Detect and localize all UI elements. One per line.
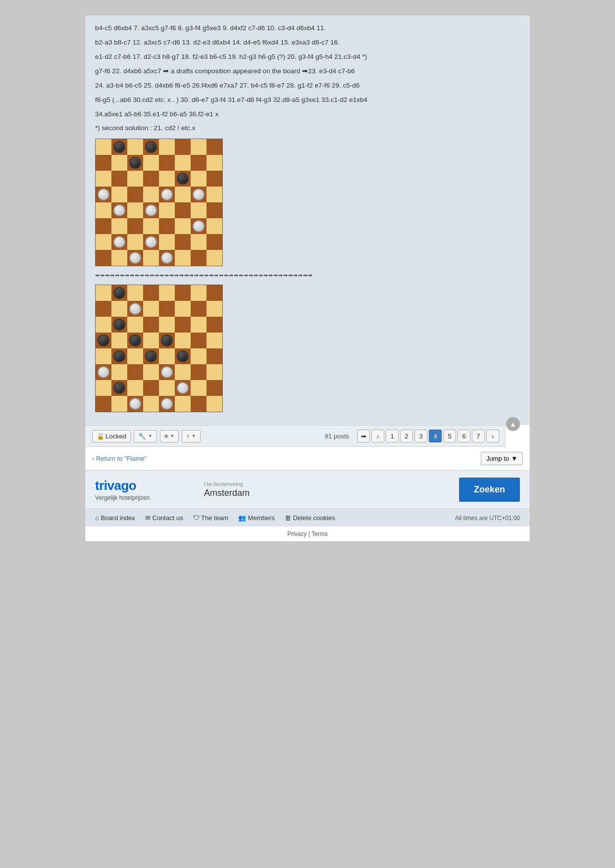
page-button-3[interactable]: 3 [414, 430, 427, 442]
board-cell-0-3 [143, 285, 159, 301]
board-cell-5-5 [175, 364, 191, 380]
jump-to-label: Jump to [486, 455, 509, 462]
board-cell-4-7 [206, 202, 222, 218]
board-index-link[interactable]: ⌂ Board index [95, 514, 135, 522]
privacy-link[interactable]: Privacy [287, 530, 307, 537]
page-button-6[interactable]: 6 [458, 430, 470, 442]
delete-icon: 🗑 [285, 514, 291, 522]
board-cell-4-3 [143, 202, 159, 218]
board-cell-3-1 [111, 187, 127, 202]
page-button-5[interactable]: 5 [443, 430, 456, 442]
board-cell-1-4 [159, 301, 175, 317]
piece-white-6-5 [177, 382, 189, 394]
zoeken-button[interactable]: Zoeken [459, 478, 520, 502]
board-cell-6-7 [206, 234, 222, 250]
checkerboard-2 [95, 285, 223, 412]
board-cell-1-1 [111, 155, 127, 171]
board-cell-5-1 [111, 364, 127, 380]
contact-label: Contact us [153, 514, 183, 522]
goto-page-button[interactable]: ➡ [357, 430, 370, 442]
board-cell-0-2 [127, 139, 143, 155]
ad-middle: Uw bestemming Amsterdam [194, 481, 459, 498]
board-cell-6-1 [111, 234, 127, 250]
board-cell-0-1 [111, 285, 127, 301]
board-cell-7-7 [206, 396, 222, 412]
board-cell-4-5 [175, 202, 191, 218]
board-cell-5-3 [143, 218, 159, 234]
piece-black-3-2 [129, 335, 141, 346]
tool-button-3[interactable]: ↑ ▼ [182, 430, 200, 442]
scroll-top-button[interactable]: ▲ [506, 417, 520, 431]
piece-black-3-4 [161, 335, 173, 346]
board-cell-6-5 [175, 234, 191, 250]
board-cell-0-7 [206, 139, 222, 155]
board-cell-1-7 [206, 301, 222, 317]
board-cell-0-6 [191, 139, 206, 155]
destination-value: Amsterdam [204, 488, 449, 498]
jump-to-button[interactable]: Jump to ▼ [481, 452, 523, 465]
board-footer: ⌂ Board index ✉ Contact us 🛡 The team 👥 … [85, 509, 530, 527]
board-cell-1-4 [159, 155, 175, 171]
board-cell-1-2 [127, 301, 143, 317]
board-cell-4-2 [127, 348, 143, 364]
board-cell-6-4 [159, 380, 175, 396]
board-cell-4-6 [191, 348, 206, 364]
page-button-1[interactable]: 1 [386, 430, 399, 442]
next-page-button[interactable]: › [486, 430, 499, 442]
piece-black-4-1 [113, 350, 125, 362]
toolbar: 🔒 Locked 🔧 ▼ ≡ ▼ ↑ ▼ 91 posts ➡ ‹ 1 2 3 … [85, 425, 506, 447]
list-icon: ≡ [164, 433, 168, 440]
board-cell-7-6 [191, 250, 206, 266]
board-cell-2-1 [111, 317, 127, 333]
board-cell-7-0 [96, 396, 111, 412]
board-cell-2-7 [206, 171, 222, 187]
piece-black-6-1 [113, 382, 125, 394]
board-cell-2-6 [191, 317, 206, 333]
delete-cookies-link[interactable]: 🗑 Delete cookies [285, 514, 335, 522]
return-link[interactable]: ‹ Return to "Flame" [92, 455, 147, 462]
board-cell-2-4 [159, 317, 175, 333]
trivago-logo: trivago [95, 478, 194, 493]
prev-page-button[interactable]: ‹ [371, 430, 384, 442]
ad-banner: trivago Vergelijk hotelprijzen Uw bestem… [85, 470, 530, 509]
board-cell-7-2 [127, 250, 143, 266]
board-cell-0-3 [143, 139, 159, 155]
page-button-7[interactable]: 7 [472, 430, 485, 442]
piece-black-2-5 [177, 173, 189, 185]
contact-us-link[interactable]: ✉ Contact us [145, 514, 183, 522]
board-cell-2-3 [143, 171, 159, 187]
board-cell-1-5 [175, 155, 191, 171]
board-index-label: Board index [101, 514, 135, 522]
board-cell-6-6 [191, 380, 206, 396]
board-cell-1-5 [175, 301, 191, 317]
piece-black-0-1 [113, 287, 125, 299]
page-button-2[interactable]: 2 [400, 430, 413, 442]
board-cell-3-2 [127, 333, 143, 348]
board-cell-0-4 [159, 139, 175, 155]
post-content: b4-c5 d6xb4 7. a3xc5 g7-f6 8. g3-f4 g5xe… [85, 15, 530, 425]
piece-white-4-1 [113, 204, 125, 216]
piece-black-0-3 [145, 141, 157, 153]
board-cell-5-0 [96, 364, 111, 380]
board-cell-5-4 [159, 218, 175, 234]
board-cell-2-0 [96, 171, 111, 187]
piece-black-0-1 [113, 141, 125, 153]
locked-button[interactable]: 🔒 Locked [92, 430, 131, 442]
board-cell-1-3 [143, 155, 159, 171]
terms-link[interactable]: Terms [311, 530, 328, 537]
members-link[interactable]: 👥 Members [238, 514, 275, 522]
caret-icon-3: ▼ [192, 434, 196, 438]
trivago-logo-text: trivago [95, 478, 136, 493]
piece-white-7-2 [129, 398, 141, 410]
board-cell-0-6 [191, 285, 206, 301]
board-cell-0-7 [206, 285, 222, 301]
board-cell-6-5 [175, 380, 191, 396]
tool-button-2[interactable]: ≡ ▼ [160, 430, 179, 442]
tool-button-1[interactable]: 🔧 ▼ [134, 430, 157, 442]
page-button-4[interactable]: 4 [429, 430, 442, 442]
board-cell-7-2 [127, 396, 143, 412]
caret-icon-2: ▼ [170, 434, 174, 438]
the-team-link[interactable]: 🛡 The team [193, 514, 228, 522]
board-cell-3-7 [206, 187, 222, 202]
board-cell-5-1 [111, 218, 127, 234]
